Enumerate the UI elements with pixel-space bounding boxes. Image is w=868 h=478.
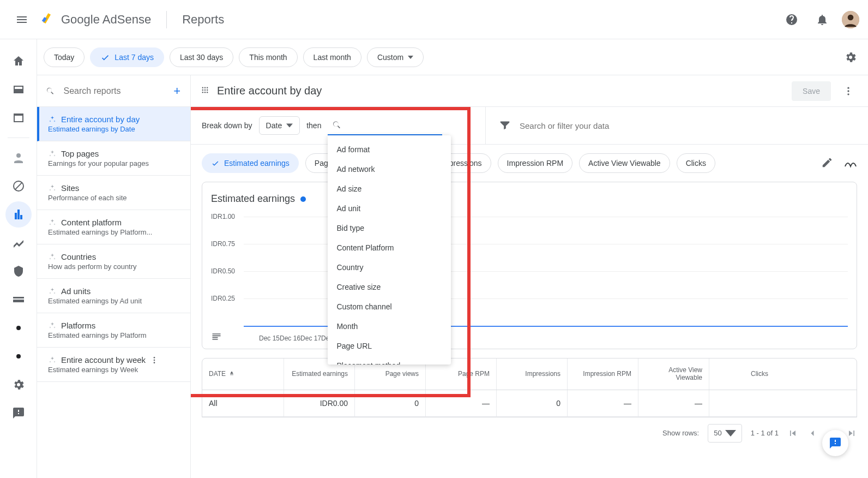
date-chip-last-30-days[interactable]: Last 30 days <box>170 47 233 67</box>
feedback-fab[interactable] <box>822 430 848 456</box>
date-chip-last-month[interactable]: Last month <box>303 47 361 67</box>
date-chip-this-month[interactable]: This month <box>239 47 297 67</box>
svg-point-2 <box>154 357 155 358</box>
search-reports-input[interactable] <box>64 86 173 96</box>
nav-dot-2[interactable] <box>5 343 32 369</box>
report-settings-button[interactable] <box>840 46 861 68</box>
adsense-logo-icon <box>39 12 55 27</box>
compare-icon[interactable] <box>844 157 857 170</box>
svg-point-8 <box>202 89 204 91</box>
nav-reports[interactable] <box>5 201 32 228</box>
prev-page-icon[interactable] <box>807 428 818 439</box>
nav-block[interactable] <box>5 173 32 199</box>
table-header-cell[interactable]: Impression RPM <box>568 358 638 390</box>
nav-feedback[interactable] <box>5 400 32 426</box>
metrics-row: Estimated earningsPage viewsPage RPMImpr… <box>191 145 868 182</box>
add-report-button[interactable]: + <box>173 85 182 98</box>
date-chip-last-7-days[interactable]: Last 7 days <box>90 47 164 67</box>
nav-policy[interactable] <box>5 258 32 284</box>
filter-icon <box>499 119 511 131</box>
notifications-button[interactable] <box>811 9 833 31</box>
product-name: Google AdSense <box>61 13 151 27</box>
svg-point-9 <box>204 89 206 91</box>
nav-sites[interactable] <box>5 105 32 131</box>
metric-chip[interactable]: Active View Viewable <box>579 153 670 173</box>
nav-privacy[interactable] <box>5 145 32 171</box>
report-more-button[interactable] <box>837 80 859 102</box>
report-item[interactable]: Entire account by weekEstimated earnings… <box>37 348 190 382</box>
breakdown-option[interactable]: Ad size <box>328 179 451 199</box>
account-avatar[interactable] <box>842 11 859 28</box>
chart-card: Estimated earnings IDR1.00IDR0.75IDR0.50… <box>202 182 857 349</box>
nav-settings[interactable] <box>5 372 32 398</box>
table-header-cell[interactable]: Impressions <box>497 358 568 390</box>
table-header-cell[interactable]: Clicks <box>709 358 775 390</box>
help-button[interactable] <box>781 9 803 31</box>
first-page-icon[interactable] <box>787 428 798 439</box>
breakdown-then: then <box>306 121 321 130</box>
breakdown-option[interactable]: Custom channel <box>328 297 451 316</box>
reports-sidebar: + Entire account by dayEstimated earning… <box>37 75 191 478</box>
breakdown-secondary-input[interactable] <box>346 121 438 129</box>
hamburger-menu[interactable] <box>9 7 35 33</box>
svg-point-7 <box>207 87 208 89</box>
metric-chip[interactable]: Clicks <box>677 153 715 173</box>
report-item[interactable]: Top pagesEarnings for your popular pages <box>37 141 190 176</box>
breakdown-option[interactable]: Page URL <box>328 336 451 356</box>
table-header-cell[interactable]: Active View Viewable <box>638 358 709 390</box>
report-item[interactable]: CountriesHow ads perform by country <box>37 244 190 279</box>
date-chip-today[interactable]: Today <box>44 47 85 67</box>
breakdown-option[interactable]: Bid type <box>328 218 451 238</box>
breakdown-option[interactable]: Creative size <box>328 277 451 297</box>
save-button[interactable]: Save <box>792 81 831 101</box>
report-name: Entire account by day <box>217 85 322 97</box>
breakdown-option[interactable]: Ad format <box>328 140 451 159</box>
drag-handle[interactable] <box>200 85 210 97</box>
table-row: AllIDR0.000—0—— <box>202 390 857 417</box>
report-item[interactable]: Content platformEstimated earnings by Pl… <box>37 210 190 244</box>
data-table: DATEEstimated earningsPage viewsPage RPM… <box>202 358 857 417</box>
breakdown-option[interactable]: Placement method <box>328 356 451 365</box>
help-icon <box>785 13 798 26</box>
svg-point-5 <box>202 87 204 89</box>
breakdown-secondary-combo[interactable] <box>328 116 442 135</box>
breakdown-dropdown: Ad formatAd networkAd sizeAd unitBid typ… <box>328 135 451 365</box>
breakdown-option[interactable]: Content Platform <box>328 238 451 258</box>
breakdown-option[interactable]: Ad network <box>328 159 451 179</box>
page-size-select[interactable]: 50 <box>708 424 742 443</box>
chevron-down-icon <box>725 428 736 439</box>
logo[interactable]: Google AdSense <box>39 12 151 27</box>
report-item[interactable]: Entire account by dayEstimated earnings … <box>37 107 190 141</box>
date-chip-custom[interactable]: Custom <box>367 47 424 67</box>
feedback-icon <box>829 437 842 450</box>
breakdown-option[interactable]: Ad unit <box>328 199 451 218</box>
nav-home[interactable] <box>5 48 32 74</box>
nav-dot-1[interactable] <box>5 315 32 341</box>
edit-icon[interactable] <box>821 157 833 169</box>
filter-icon-wrap[interactable] <box>499 119 511 133</box>
nav-ads[interactable] <box>5 76 32 103</box>
table-header-cell[interactable]: DATE <box>202 358 284 390</box>
grip-icon <box>200 85 210 95</box>
nav-payments[interactable] <box>5 286 32 313</box>
report-item[interactable]: SitesPerformance of each site <box>37 176 190 210</box>
svg-point-16 <box>847 93 849 95</box>
breakdown-option[interactable]: Country <box>328 258 451 277</box>
report-item[interactable]: Ad unitsEstimated earnings by Ad unit <box>37 279 190 313</box>
divider <box>166 11 167 28</box>
nav-optimize[interactable] <box>5 230 32 256</box>
main-content: Entire account by day Save Break down by… <box>191 75 868 478</box>
svg-point-3 <box>154 359 155 361</box>
filter-input[interactable] <box>520 121 855 130</box>
svg-point-13 <box>207 92 208 93</box>
breakdown-label: Break down by <box>202 121 252 130</box>
breakdown-option[interactable]: Month <box>328 316 451 336</box>
metric-chip[interactable]: Impression RPM <box>498 153 572 173</box>
metric-chip[interactable]: Estimated earnings <box>202 153 299 173</box>
last-page-icon[interactable] <box>846 428 857 439</box>
breakdown-primary[interactable]: Date <box>259 116 300 135</box>
nav-rail <box>0 39 37 478</box>
report-item[interactable]: PlatformsEstimated earnings by Platform <box>37 313 190 348</box>
pager-range: 1 - 1 of 1 <box>751 429 779 437</box>
breakdown-filter-row: Break down by Date then Ad formatAd netw… <box>191 107 868 145</box>
